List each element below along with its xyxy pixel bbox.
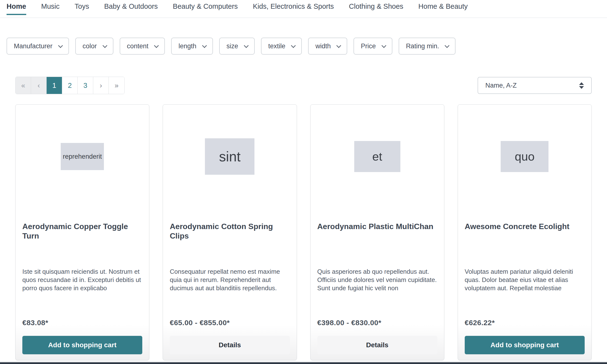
chevron-down-icon xyxy=(154,43,159,48)
filter-size-label: size xyxy=(226,42,238,50)
chevron-down-icon xyxy=(337,43,341,48)
filter-size[interactable]: size xyxy=(219,38,255,55)
product-image-label: reprehenderit xyxy=(63,153,102,160)
chevron-down-icon xyxy=(202,43,207,48)
chevron-down-icon xyxy=(58,43,63,48)
product-description: Consequatur repellat nemo est maxime qui… xyxy=(170,268,290,318)
filter-content[interactable]: content xyxy=(120,38,165,55)
chevron-down-icon xyxy=(291,43,296,48)
product-price: €398.00 - €830.00* xyxy=(317,319,437,328)
product-card: sint Aerodynamic Cotton Spring Clips Con… xyxy=(163,104,297,360)
product-title[interactable]: Aerodynamic Copper Toggle Turn xyxy=(22,222,142,268)
product-image-label: sint xyxy=(219,148,241,165)
product-card: et Aerodynamic Plastic MultiChan Quis as… xyxy=(310,104,444,360)
nav-item-beauty-computers[interactable]: Beauty & Computers xyxy=(173,2,238,17)
product-image-label: et xyxy=(372,150,382,163)
nav-item-toys[interactable]: Toys xyxy=(75,2,89,17)
filter-color-label: color xyxy=(82,42,97,50)
filter-width[interactable]: width xyxy=(308,38,347,55)
pagination-page-2[interactable]: 2 xyxy=(62,77,78,94)
pagination-prev-button[interactable]: ‹ xyxy=(31,77,47,94)
pagination-first-button[interactable]: « xyxy=(15,77,31,94)
details-button[interactable]: Details xyxy=(170,336,290,354)
product-card: reprehenderit Aerodynamic Copper Toggle … xyxy=(15,104,149,360)
product-title[interactable]: Aerodynamic Cotton Spring Clips xyxy=(170,222,290,268)
nav-item-home-beauty[interactable]: Home & Beauty xyxy=(418,2,468,17)
product-image-placeholder: reprehenderit xyxy=(61,143,104,170)
nav-item-home[interactable]: Home xyxy=(7,2,26,17)
chevron-down-icon xyxy=(382,43,386,48)
filter-rating-min[interactable]: Rating min. xyxy=(399,38,456,55)
filter-content-label: content xyxy=(127,42,149,50)
filter-rating-min-label: Rating min. xyxy=(406,42,439,50)
chevron-down-icon xyxy=(103,43,107,48)
product-title[interactable]: Awesome Concrete Ecolight xyxy=(465,222,585,268)
product-description: Quis asperiores ab quo repellendus aut. … xyxy=(317,268,437,318)
pagination-page-1[interactable]: 1 xyxy=(47,77,62,94)
nav-item-music[interactable]: Music xyxy=(41,2,60,17)
add-to-cart-button[interactable]: Add to shopping cart xyxy=(22,336,142,354)
filter-length-label: length xyxy=(178,42,197,50)
product-title[interactable]: Aerodynamic Plastic MultiChan xyxy=(317,222,437,268)
nav-item-clothing-shoes[interactable]: Clothing & Shoes xyxy=(349,2,403,17)
product-image-link[interactable]: sint xyxy=(170,104,290,208)
pagination-page-3[interactable]: 3 xyxy=(78,77,93,94)
filter-manufacturer-label: Manufacturer xyxy=(14,42,53,50)
add-to-cart-button[interactable]: Add to shopping cart xyxy=(465,336,585,354)
filter-textile-label: textile xyxy=(268,42,286,50)
filter-bar: Manufacturer color content length size t… xyxy=(7,38,607,55)
pagination-next-button[interactable]: › xyxy=(93,77,109,94)
nav-item-kids-electronics-sports[interactable]: Kids, Electronics & Sports xyxy=(253,2,334,17)
product-image-link[interactable]: reprehenderit xyxy=(22,104,142,208)
product-image-placeholder: sint xyxy=(205,138,254,175)
filter-textile[interactable]: textile xyxy=(261,38,302,55)
filter-price[interactable]: Price xyxy=(354,38,392,55)
filter-width-label: width xyxy=(315,42,331,50)
details-button[interactable]: Details xyxy=(317,336,437,354)
sort-select[interactable]: Name, A-Z xyxy=(478,77,592,94)
product-image-link[interactable]: quo xyxy=(465,104,585,208)
chevron-down-icon xyxy=(445,43,450,48)
product-grid: reprehenderit Aerodynamic Copper Toggle … xyxy=(15,104,592,360)
product-image-placeholder: et xyxy=(354,141,400,172)
footer-top-bar xyxy=(0,361,607,364)
product-image-link[interactable]: et xyxy=(317,104,437,208)
nav-item-baby-outdoors[interactable]: Baby & Outdoors xyxy=(104,2,158,17)
main-navigation: Home Music Toys Baby & Outdoors Beauty &… xyxy=(0,0,607,18)
filter-color[interactable]: color xyxy=(75,38,113,55)
product-price: €83.08* xyxy=(22,319,142,328)
sort-arrows-icon xyxy=(579,82,584,89)
filter-manufacturer[interactable]: Manufacturer xyxy=(7,38,69,55)
product-image-placeholder: quo xyxy=(501,141,549,172)
listing-toolbar: « ‹ 1 2 3 › » Name, A-Z xyxy=(15,77,592,94)
filter-price-label: Price xyxy=(361,42,376,50)
chevron-down-icon xyxy=(244,43,249,48)
pagination: « ‹ 1 2 3 › » xyxy=(15,77,125,94)
product-description: Iste sit quisquam reiciendis ut. Nostrum… xyxy=(22,268,142,318)
product-price: €65.00 - €855.00* xyxy=(170,319,290,328)
product-image-label: quo xyxy=(515,150,535,163)
filter-length[interactable]: length xyxy=(171,38,213,55)
pagination-last-button[interactable]: » xyxy=(109,77,124,94)
product-description: Voluptas autem pariatur aliquid deleniti… xyxy=(465,268,585,318)
sort-selected-value: Name, A-Z xyxy=(485,82,517,89)
product-price: €626.22* xyxy=(465,319,585,328)
product-card: quo Awesome Concrete Ecolight Voluptas a… xyxy=(458,104,592,360)
